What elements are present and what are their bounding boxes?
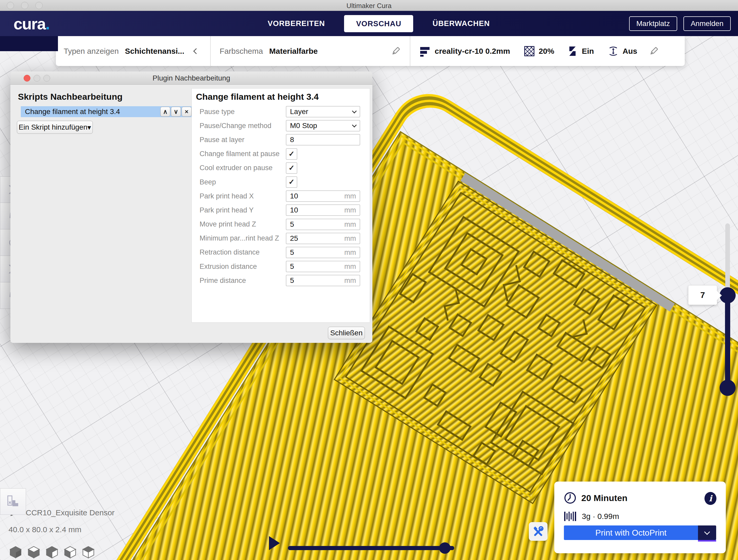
view-front-icon[interactable] [27,545,41,559]
play-button[interactable] [269,536,280,550]
infill-setting[interactable]: 20% [523,45,554,57]
cool-extruder-checkbox[interactable]: ✓ [286,162,297,174]
adhesion-setting[interactable]: Ein [568,45,594,57]
field-label: Park print head X [200,192,254,200]
adhesion-icon [568,45,578,57]
view-right-icon[interactable] [81,545,95,559]
scripts-heading: Skripts Nachbearbeitung [18,92,122,102]
infill-icon [523,45,535,57]
tab-vorschau[interactable]: VORSCHAU [344,15,413,32]
window-title: Ultimaker Cura [0,2,738,10]
field-label: Move print head Z [200,220,256,228]
park-head-y-input[interactable] [286,204,360,216]
field-label: Extrusion distance [200,262,257,270]
field-label: Minimum par...rint head Z [200,234,279,242]
playback-slider-knob[interactable] [439,542,451,554]
sidebar-tool-per-model-settings[interactable] [0,488,26,515]
view-type-label: Typen anzeigen [64,47,119,56]
field-label: Pause at layer [200,136,245,144]
playback-slider-track[interactable] [288,546,454,550]
remove-script-button[interactable]: × [181,107,192,117]
field-label: Beep [200,178,216,186]
app-header: cura. VORBEREITEN VORSCHAU ÜBERWACHEN Ma… [0,11,738,36]
tab-ueberwachen[interactable]: ÜBERWACHEN [430,19,492,28]
script-settings-heading: Change filament at height 3.4 [196,92,319,102]
printer-profile-selector[interactable]: creality-cr-10 0.2mm [435,47,510,56]
print-with-octoprint-button[interactable]: Print with OctoPrint [564,525,698,540]
wrench-hammer-icon [532,526,544,537]
signin-button[interactable]: Anmelden [683,16,731,31]
per-model-settings-icon [6,494,20,509]
field-label: Change filament at pause [200,150,280,158]
pause-at-layer-input[interactable] [286,134,360,145]
support-icon [608,45,619,57]
field-label: Cool extruder on pause [200,164,273,172]
beep-checkbox[interactable]: ✓ [286,176,297,188]
clock-icon [564,491,577,504]
cura-logo: cura. [14,15,49,33]
support-setting[interactable]: Aus [608,45,638,57]
view-left-icon[interactable] [63,545,77,559]
print-options-dropdown[interactable] [698,525,716,540]
marketplace-button[interactable]: Marktplatz [629,16,677,31]
close-dialog-button[interactable]: Schließen [328,327,365,339]
caret-down-icon: ▾ [87,123,91,132]
color-scheme-selector[interactable]: Materialfarbe [269,47,318,56]
field-label: Prime distance [200,276,246,285]
color-scheme-label: Farbschema [220,47,263,56]
tab-vorbereiten[interactable]: VORBEREITEN [265,19,327,28]
model-dimensions: 40.0 x 80.0 x 2.4 mm [9,525,114,534]
dialog-titlebar: Plugin Nachbearbeitung [10,71,372,85]
script-settings-panel: Change filament at height 3.4 Pause type… [192,88,370,323]
header-left-extension [0,36,58,51]
octoprint-settings-button[interactable] [529,522,547,541]
move-script-up-button[interactable]: ∧ [160,107,170,117]
field-label: Park print head Y [200,206,254,214]
dialog-title: Plugin Nachbearbeitung [10,74,372,82]
move-head-z-input[interactable] [286,219,360,230]
field-label: Pause/Change method [200,122,271,130]
pause-type-select[interactable]: Layer [286,106,360,117]
layer-slider-handle-top[interactable] [720,287,736,304]
change-filament-checkbox[interactable]: ✓ [286,148,297,160]
material-usage: 3g · 0.99m [582,512,619,521]
edit-print-settings-pencil-icon[interactable] [649,46,659,56]
print-job-panel: 20 Minuten i 3g · 0.99m Print with OctoP… [554,482,726,553]
layer-number-tooltip[interactable]: 7 [688,285,717,305]
chevron-down-icon [352,109,357,113]
edit-pencil-icon[interactable] [391,46,401,56]
prime-distance-input[interactable] [286,275,360,286]
add-script-button[interactable]: Ein Skript hinzufügen▾ [17,121,93,134]
chevron-left-icon[interactable] [193,48,199,54]
park-head-x-input[interactable] [286,190,360,202]
move-script-down-button[interactable]: ∨ [171,107,181,117]
print-time-estimate: 20 Minuten [581,493,628,503]
chevron-down-icon [352,123,357,127]
layer-slider-range[interactable] [725,295,730,388]
material-bars-icon [564,511,577,522]
extrusion-distance-input[interactable] [286,261,360,272]
layer-slider-handle-bottom[interactable] [720,380,736,396]
info-icon[interactable]: i [705,492,716,505]
stage-toolbar: Typen anzeigen Schichtenansi... Farbsche… [56,36,685,66]
minimum-park-head-z-input[interactable] [286,233,360,244]
view-type-selector[interactable]: Schichtenansi... [125,47,184,56]
script-list-item-selected[interactable]: Change filament at height 3.4 ∧ ∨ × [21,106,192,117]
macos-titlebar: Ultimaker Cura [0,0,738,11]
model-name: CCR10_Exquisite Densor [26,508,114,517]
chevron-down-icon [704,529,710,535]
layers-icon [419,45,431,57]
view-top-icon[interactable] [45,545,59,559]
view-3d-icon[interactable] [9,545,23,559]
field-label: Retraction distance [200,248,260,256]
post-processing-dialog: Plugin Nachbearbeitung Skripts Nachbearb… [10,71,372,343]
field-label: Pause type [200,108,235,116]
retraction-distance-input[interactable] [286,247,360,258]
pause-method-select[interactable]: M0 Stop [286,120,360,131]
